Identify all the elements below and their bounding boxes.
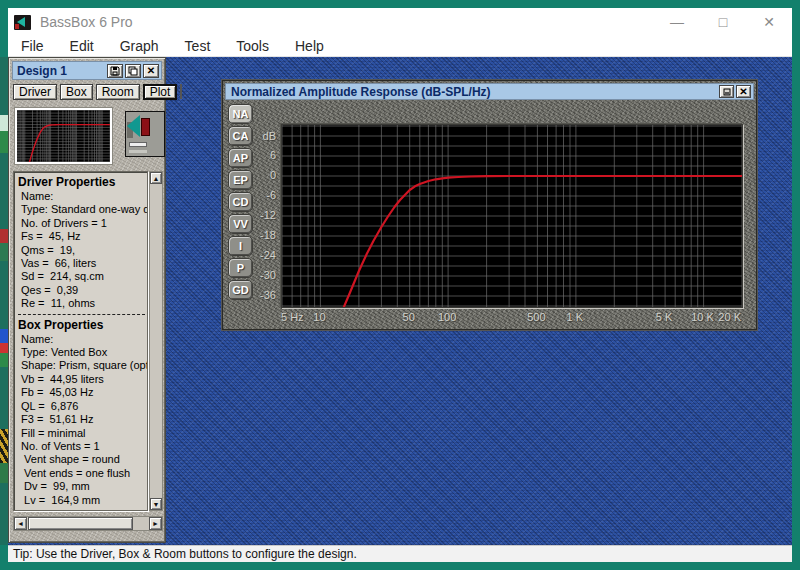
desktop-icon-fragment	[0, 329, 8, 343]
property-line: Type: Vented Box	[21, 346, 147, 359]
maximize-button[interactable]: □	[700, 8, 746, 36]
graph-tab-gd[interactable]: GD	[228, 280, 253, 300]
property-line: Name:	[21, 333, 147, 346]
desktop-icon-fragment	[0, 131, 8, 153]
room-button[interactable]: Room	[96, 84, 140, 100]
graph-tab-ap[interactable]: AP	[228, 148, 253, 168]
graph-tab-p[interactable]: P	[228, 258, 253, 278]
save-design-button[interactable]	[107, 64, 123, 78]
property-line: No. of Vents = 1	[21, 440, 147, 453]
maximize-icon: □	[719, 14, 727, 30]
properties-vertical-scrollbar[interactable]: ▲ ▼	[149, 171, 163, 511]
graph-title: Normalized Amplitude Response (dB-SPL/Hz…	[231, 85, 719, 99]
app-icon	[14, 15, 31, 30]
design-titlebar[interactable]: Design 1 ✕	[12, 61, 162, 80]
close-icon: ✕	[147, 65, 155, 76]
y-tick-label: -36	[260, 289, 276, 301]
plot-area[interactable]	[281, 124, 743, 308]
y-tick-label: 6	[270, 149, 276, 161]
app-window: BassBox 6 Pro — □ ✕ FileEditGraphTestToo…	[0, 0, 800, 570]
copy-design-button[interactable]	[125, 64, 141, 78]
x-tick-label: 100	[438, 311, 456, 323]
status-tip-text: Tip: Use the Driver, Box & Room buttons …	[13, 547, 357, 561]
x-tick-label: 5 Hz	[281, 311, 304, 323]
graph-restore-button[interactable]	[719, 85, 734, 98]
minimize-button[interactable]: —	[654, 8, 700, 36]
graph-tab-na[interactable]: NA	[228, 104, 253, 124]
property-line: Vas = 66, liters	[21, 257, 147, 270]
desktop-icon-fragment	[0, 229, 8, 243]
x-tick-label: 500	[527, 311, 545, 323]
x-tick-label: 50	[403, 311, 415, 323]
save-icon	[110, 66, 120, 76]
restore-icon	[723, 88, 731, 96]
graph-titlebar[interactable]: Normalized Amplitude Response (dB-SPL/Hz…	[225, 83, 754, 100]
graph-close-button[interactable]: ✕	[736, 85, 751, 98]
scrollbar-thumb[interactable]	[28, 517, 133, 530]
graph-tab-cd[interactable]: CD	[228, 192, 253, 212]
y-tick-label: -18	[260, 229, 276, 241]
driver-button[interactable]: Driver	[13, 84, 57, 100]
status-bar: Tip: Use the Driver, Box & Room buttons …	[8, 545, 792, 562]
menu-edit[interactable]: Edit	[57, 38, 107, 54]
desktop-icon-fragment	[0, 353, 8, 367]
section-separator	[18, 314, 145, 315]
minimize-icon: —	[670, 14, 684, 30]
property-line: Qes = 0,39	[21, 284, 147, 297]
scroll-down-button[interactable]: ▼	[150, 498, 162, 510]
property-line: No. of Drivers = 1	[21, 217, 147, 230]
menu-file[interactable]: File	[8, 38, 57, 54]
design-close-button[interactable]: ✕	[143, 64, 159, 78]
close-icon: ✕	[763, 14, 775, 30]
box-button[interactable]: Box	[60, 84, 93, 100]
menu-graph[interactable]: Graph	[107, 38, 172, 54]
close-icon: ✕	[739, 86, 747, 97]
plot-button[interactable]: Plot	[143, 84, 178, 100]
y-tick-label: -6	[266, 189, 276, 201]
x-tick-label: 10 K	[691, 311, 714, 323]
y-tick-label: 0	[270, 169, 276, 181]
scroll-up-button[interactable]: ▲	[150, 172, 162, 184]
menu-test[interactable]: Test	[172, 38, 224, 54]
property-line: Fs = 45, Hz	[21, 230, 147, 243]
response-thumbnail[interactable]	[14, 107, 113, 165]
property-line: Name:	[21, 190, 147, 203]
app-title: BassBox 6 Pro	[40, 14, 133, 30]
scroll-right-button[interactable]: ►	[149, 517, 162, 530]
design-toolbar: Driver Box Room Plot	[13, 84, 163, 102]
desktop-icon-fragment	[0, 115, 8, 131]
x-tick-label: 5 K	[656, 311, 673, 323]
property-line: Fb = 45,03 Hz	[21, 386, 147, 399]
property-line: Vb = 44,95 liters	[21, 373, 147, 386]
menu-bar: FileEditGraphTestToolsHelp	[8, 36, 792, 57]
close-button[interactable]: ✕	[746, 8, 792, 36]
menu-help[interactable]: Help	[282, 38, 337, 54]
graph-tab-ep[interactable]: EP	[228, 170, 253, 190]
desktop-edge-fragments	[0, 57, 8, 545]
design-window: Design 1 ✕ Driver Box Room Plot	[8, 57, 166, 543]
property-line: F3 = 51,61 Hz	[21, 413, 147, 426]
speaker-box-icon[interactable]	[125, 111, 165, 157]
graph-body: NACAAPEPCDVVIPGD dB60-6-12-18-24-30-36 5…	[225, 100, 754, 327]
graph-tab-i[interactable]: I	[228, 236, 253, 256]
property-line: Sd = 214, sq.cm	[21, 270, 147, 283]
copy-icon	[128, 66, 138, 76]
y-axis-unit: dB	[263, 130, 276, 142]
window-controls: — □ ✕	[654, 8, 792, 36]
graph-tab-ca[interactable]: CA	[228, 126, 253, 146]
property-line: Lv = 164,9 mm	[21, 494, 147, 507]
y-tick-label: -24	[260, 249, 276, 261]
section-header: Driver Properties	[18, 175, 147, 189]
properties-horizontal-scrollbar[interactable]: ◄ ►	[13, 516, 163, 531]
x-tick-label: 1 K	[567, 311, 584, 323]
property-line: Re = 11, ohms	[21, 297, 147, 310]
menu-tools[interactable]: Tools	[223, 38, 282, 54]
plot-color-swatch[interactable]	[180, 84, 182, 99]
property-line: Vent ends = one flush	[21, 467, 147, 480]
desktop-icon-fragment	[0, 343, 8, 353]
property-line: Type: Standard one-way d	[21, 203, 147, 216]
property-line: Qms = 19,	[21, 244, 147, 257]
graph-tab-vv[interactable]: VV	[228, 214, 253, 234]
scroll-left-button[interactable]: ◄	[14, 517, 27, 530]
property-line: QL = 6,876	[21, 400, 147, 413]
